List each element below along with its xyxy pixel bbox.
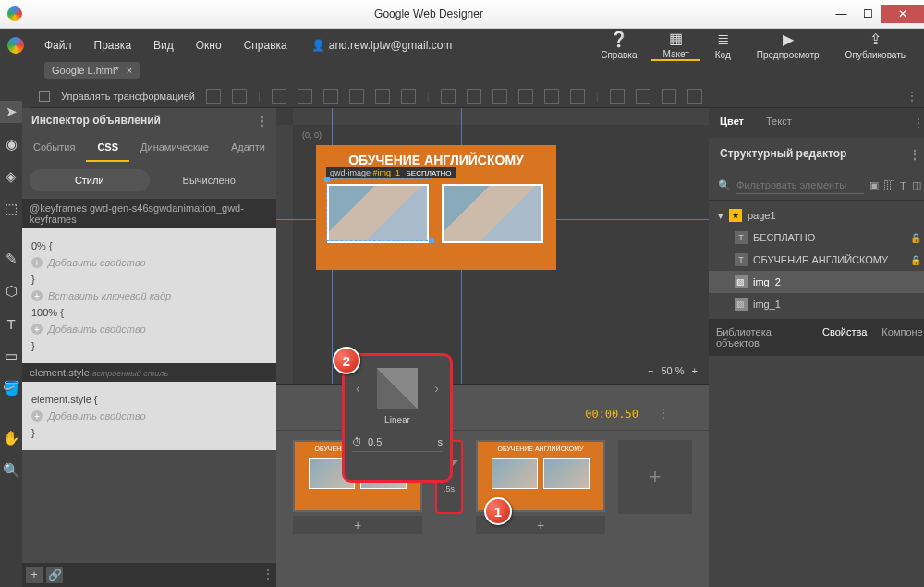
sp-4-icon[interactable] <box>687 89 702 104</box>
tab-color[interactable]: Цвет <box>709 108 755 138</box>
menu-window[interactable]: Окно <box>187 35 231 55</box>
tab-events[interactable]: События <box>22 134 86 162</box>
canvas[interactable]: (0, 0) ОБУЧЕНИЕ АНГЛИЙСКОМУ gwd-image #i… <box>276 108 709 384</box>
keyframes-rule[interactable]: @keyframes gwd-gen-s46sgwdanimation_gwd-… <box>22 199 276 228</box>
minimize-button[interactable]: — <box>828 5 855 23</box>
easing-next[interactable]: › <box>431 381 443 396</box>
menu-help[interactable]: Справка <box>235 35 297 55</box>
menu-view[interactable]: Вид <box>144 35 183 55</box>
fill-tool[interactable]: 🪣 <box>0 377 22 399</box>
view-img-icon[interactable]: ▣ <box>869 179 879 191</box>
tab-text[interactable]: Текст <box>755 108 803 138</box>
close-button[interactable]: ✕ <box>881 5 924 23</box>
struct-menu-icon[interactable]: ⋮ <box>908 147 919 162</box>
menu-file[interactable]: Файл <box>35 35 81 55</box>
align-center-icon[interactable] <box>298 89 312 104</box>
zoom-value[interactable]: 50 % <box>661 365 684 376</box>
align-top-icon[interactable] <box>349 89 364 104</box>
zoom-in[interactable]: + <box>692 365 698 376</box>
options-menu-icon[interactable]: ⋮ <box>906 89 917 104</box>
maximize-button[interactable]: ☐ <box>855 5 881 23</box>
code-view-button[interactable]: ≣Код <box>704 31 742 60</box>
inspector-menu-icon[interactable]: ⋮ <box>256 114 267 128</box>
right-menu-icon[interactable]: ⋮ <box>905 108 924 138</box>
tab-components[interactable]: Компоне <box>874 319 924 356</box>
tab-properties[interactable]: Свойства <box>815 319 874 356</box>
tab-library[interactable]: Библиотека объектов <box>709 319 815 356</box>
element-style-rule[interactable]: element.style встроенный стиль <box>22 363 276 382</box>
align-mid-icon[interactable] <box>375 89 390 104</box>
tab-adaptive[interactable]: Адапти <box>220 134 276 162</box>
tree-img2[interactable]: ▨img_2 <box>709 271 924 293</box>
add-icon[interactable]: + <box>31 257 43 268</box>
add-keyframe[interactable]: + <box>618 440 692 514</box>
view-all-icon[interactable]: ◫ <box>912 179 921 191</box>
img-2[interactable] <box>442 184 543 243</box>
add-icon-3[interactable]: + <box>31 410 43 422</box>
opt-icon-2[interactable] <box>232 89 247 104</box>
link-rule-button[interactable]: 🔗 <box>46 567 63 583</box>
easing-curve[interactable] <box>377 368 418 409</box>
computed-mode[interactable]: Вычислено <box>150 169 270 191</box>
text-tool[interactable]: T <box>0 312 22 335</box>
selection-tool[interactable]: ➤ <box>0 101 22 123</box>
rect-tool[interactable]: ▭ <box>0 345 22 367</box>
tab-css[interactable]: CSS <box>86 134 129 162</box>
help-button[interactable]: ❔Справка <box>590 31 648 60</box>
opt-icon-1[interactable] <box>206 89 221 104</box>
dist-4-icon[interactable] <box>518 89 533 104</box>
document-tab[interactable]: Google L.html* × <box>44 62 140 79</box>
add-kf-icon[interactable]: + <box>31 290 43 301</box>
menu-edit[interactable]: Правка <box>85 35 141 55</box>
dist-6-icon[interactable] <box>570 89 585 104</box>
hand-tool[interactable]: ✋ <box>0 427 22 449</box>
banner-canvas[interactable]: ОБУЧЕНИЕ АНГЛИЙСКОМУ gwd-image #img_1 БЕ… <box>316 145 556 270</box>
dist-h-icon[interactable] <box>441 89 456 104</box>
keyframes-block[interactable]: 0% { +Добавить свойство } +Вставить ключ… <box>22 228 276 363</box>
css-menu-icon[interactable]: ⋮ <box>261 567 273 583</box>
3d-rotate-tool[interactable]: ◉ <box>0 133 22 155</box>
add-below-1[interactable]: + <box>293 516 422 534</box>
zoom-tool[interactable]: 🔍 <box>0 459 22 482</box>
duration-unit: s <box>438 436 444 447</box>
view-text-icon[interactable]: T <box>900 180 906 191</box>
shape-tool[interactable]: ⬡ <box>0 280 22 302</box>
lock-icon[interactable]: 🔒 <box>910 233 921 243</box>
zoom-out[interactable]: − <box>648 365 653 376</box>
element-style-block[interactable]: element.style { +Добавить свойство } <box>22 382 276 450</box>
timeline-menu-icon[interactable]: ⋮ <box>657 406 668 421</box>
account-display[interactable]: 👤 and.rew.lptw@gmail.com <box>311 39 453 52</box>
tree-text-title[interactable]: TОБУЧЕНИЕ АНГЛИЙСКОМУ🔒 <box>709 249 924 271</box>
transform-checkbox[interactable] <box>39 91 50 102</box>
dist-3-icon[interactable] <box>492 89 507 104</box>
add-rule-button[interactable]: + <box>26 567 43 583</box>
dist-v-icon[interactable] <box>467 89 481 104</box>
layout-view-button[interactable]: ▦Макет <box>651 30 699 61</box>
sp-2-icon[interactable] <box>636 89 650 104</box>
lock-icon[interactable]: 🔒 <box>910 255 921 265</box>
styles-mode[interactable]: Стили <box>30 169 150 191</box>
view-grid-icon[interactable]: ⿲ <box>884 180 894 191</box>
tab-close-icon[interactable]: × <box>127 65 132 76</box>
sp-3-icon[interactable] <box>662 89 676 104</box>
selection-box[interactable] <box>326 178 432 241</box>
sp-1-icon[interactable] <box>610 89 625 104</box>
align-bottom-icon[interactable] <box>401 89 416 104</box>
align-left-icon[interactable] <box>272 89 286 104</box>
tree-text-free[interactable]: TБЕСПЛАТНО🔒 <box>709 226 924 249</box>
document-name: Google L.html* <box>52 65 119 76</box>
dist-5-icon[interactable] <box>544 89 559 104</box>
easing-prev[interactable]: ‹ <box>352 381 364 396</box>
element-tool[interactable]: ◈ <box>0 165 22 188</box>
tree-page1[interactable]: ▾★page1 <box>709 204 924 226</box>
duration-value[interactable]: 0.5 <box>368 436 382 447</box>
publish-button[interactable]: ⇪Опубликовать <box>834 31 917 60</box>
align-right-icon[interactable] <box>323 89 338 104</box>
tab-dynamic[interactable]: Динамические <box>129 134 220 162</box>
preview-button[interactable]: ▶Предпросмотр <box>746 31 831 60</box>
tag-tool[interactable]: ⬚ <box>0 198 22 220</box>
add-icon-2[interactable]: + <box>31 324 43 335</box>
filter-input[interactable] <box>736 177 864 194</box>
tree-img1[interactable]: ▨img_1 <box>709 293 924 315</box>
pen-tool[interactable]: ✎ <box>0 248 22 270</box>
